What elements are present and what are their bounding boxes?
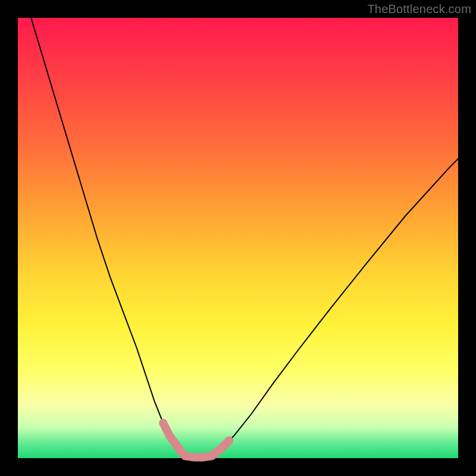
- right-curve: [212, 159, 458, 456]
- left-curve: [31, 18, 185, 456]
- outer-frame: TheBottleneck.com: [0, 0, 476, 476]
- watermark-text: TheBottleneck.com: [367, 2, 471, 16]
- accent-right: [212, 440, 230, 456]
- chart-svg: [18, 18, 458, 458]
- plot-area: [18, 18, 458, 458]
- accent-left: [163, 423, 185, 456]
